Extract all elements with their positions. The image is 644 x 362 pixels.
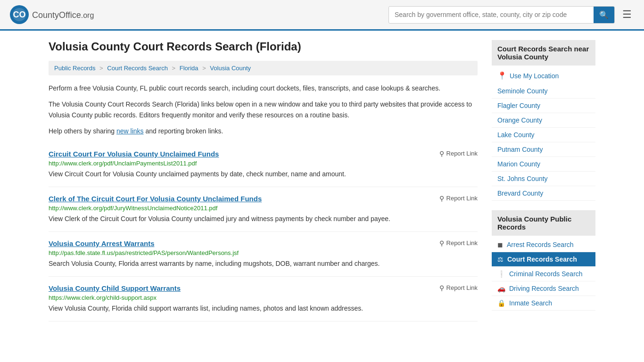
nearby-county-lake[interactable]: Lake County bbox=[492, 128, 595, 142]
record-desc-4: View Volusia County, Florida child suppo… bbox=[49, 304, 478, 313]
breadcrumb: Public Records > Court Records Search > … bbox=[49, 61, 478, 75]
nearby-county-seminole[interactable]: Seminole County bbox=[492, 84, 595, 99]
new-links-link[interactable]: new links bbox=[116, 127, 144, 135]
logo-icon: CO bbox=[9, 5, 29, 25]
record-title-1[interactable]: Circuit Court For Volusia County Unclaim… bbox=[49, 150, 219, 158]
logo-text: CountyOffice.org bbox=[32, 8, 94, 21]
record-url-2[interactable]: http://www.clerk.org/pdf/JuryWitnessUncl… bbox=[49, 205, 478, 212]
search-bar: 🔍 bbox=[388, 6, 615, 24]
sidebar-public-records-section: Volusia County Public Records ◼ Arrest R… bbox=[492, 210, 595, 311]
record-item: Clerk of The Circuit Court For Volusia C… bbox=[49, 187, 478, 232]
public-record-criminal[interactable]: ❕ Criminal Records Search bbox=[492, 267, 595, 281]
report-link-4[interactable]: ⚲ Report Link bbox=[439, 284, 478, 292]
logo-area[interactable]: CO CountyOffice.org bbox=[9, 5, 94, 25]
breadcrumb-volusia-county[interactable]: Volusia County bbox=[210, 65, 251, 72]
public-record-driving[interactable]: 🚗 Driving Records Search bbox=[492, 281, 595, 296]
record-url-3[interactable]: http://pas.fdle.state.fl.us/pas/restrict… bbox=[49, 249, 478, 256]
public-records-section-title: Volusia County Public Records bbox=[492, 210, 595, 236]
content-area: Volusia County Court Records Search (Flo… bbox=[49, 40, 478, 321]
record-title-4[interactable]: Volusia County Child Support Warrants bbox=[49, 284, 181, 292]
public-records-list: ◼ Arrest Records Search ⚖ Court Records … bbox=[492, 238, 595, 311]
record-url-4[interactable]: https://www.clerk.org/child-support.aspx bbox=[49, 294, 478, 301]
nearby-county-putnam[interactable]: Putnam County bbox=[492, 142, 595, 157]
record-item: Volusia County Arrest Warrants ⚲ Report … bbox=[49, 232, 478, 277]
record-title-2[interactable]: Clerk of The Circuit Court For Volusia C… bbox=[49, 195, 262, 203]
nearby-county-orange[interactable]: Orange County bbox=[492, 113, 595, 128]
breadcrumb-public-records[interactable]: Public Records bbox=[54, 65, 95, 72]
driving-records-link[interactable]: Driving Records Search bbox=[509, 285, 579, 292]
report-link-3[interactable]: ⚲ Report Link bbox=[439, 239, 478, 247]
nearby-county-brevard[interactable]: Brevard County bbox=[492, 186, 595, 201]
record-item: Circuit Court For Volusia County Unclaim… bbox=[49, 142, 478, 187]
site-header: CO CountyOffice.org 🔍 ☰ bbox=[0, 0, 644, 31]
report-icon-4: ⚲ bbox=[439, 284, 444, 292]
location-pin-icon: 📍 bbox=[497, 71, 507, 80]
description-paragraph-2: The Volusia County Court Records Search … bbox=[49, 99, 478, 120]
driving-icon: 🚗 bbox=[497, 285, 505, 292]
report-icon-2: ⚲ bbox=[439, 195, 444, 202]
record-header: Volusia County Arrest Warrants ⚲ Report … bbox=[49, 239, 478, 247]
court-records-link[interactable]: Court Records Search bbox=[507, 255, 577, 263]
public-record-inmate[interactable]: 🔒 Inmate Search bbox=[492, 296, 595, 311]
record-desc-1: View Circuit Court for Volusia County un… bbox=[49, 169, 478, 179]
criminal-icon: ❕ bbox=[497, 270, 505, 278]
record-title-3[interactable]: Volusia County Arrest Warrants bbox=[49, 239, 155, 247]
use-location-button[interactable]: 📍 Use My Location bbox=[492, 67, 595, 84]
hamburger-menu-icon[interactable]: ☰ bbox=[619, 6, 635, 24]
record-url-1[interactable]: http://www.clerk.org/pdf/UnclaimPayments… bbox=[49, 160, 478, 167]
search-button[interactable]: 🔍 bbox=[594, 7, 614, 23]
public-record-court[interactable]: ⚖ Court Records Search bbox=[492, 252, 595, 267]
sidebar-nearby-section: Court Records Search near Volusia County… bbox=[492, 40, 595, 201]
description-paragraph-3: Help others by sharing new links and rep… bbox=[49, 126, 478, 136]
report-icon-1: ⚲ bbox=[439, 150, 444, 157]
inmate-icon: 🔒 bbox=[497, 299, 505, 307]
svg-text:CO: CO bbox=[13, 10, 26, 19]
breadcrumb-court-records[interactable]: Court Records Search bbox=[107, 65, 168, 72]
main-container: Volusia County Court Records Search (Flo… bbox=[39, 31, 605, 331]
record-item: Volusia County Child Support Warrants ⚲ … bbox=[49, 277, 478, 321]
record-header: Volusia County Child Support Warrants ⚲ … bbox=[49, 284, 478, 292]
record-header: Clerk of The Circuit Court For Volusia C… bbox=[49, 195, 478, 203]
sidebar: Court Records Search near Volusia County… bbox=[492, 40, 595, 321]
record-desc-2: View Clerk of the Circuit Court for Volu… bbox=[49, 214, 478, 224]
inmate-search-link[interactable]: Inmate Search bbox=[509, 299, 552, 307]
record-desc-3: Search Volusia County, Florida arrest wa… bbox=[49, 259, 478, 269]
court-icon: ⚖ bbox=[497, 255, 504, 263]
arrest-records-link[interactable]: Arrest Records Search bbox=[507, 241, 574, 248]
record-header: Circuit Court For Volusia County Unclaim… bbox=[49, 150, 478, 158]
arrest-icon: ◼ bbox=[497, 241, 503, 248]
header-right: 🔍 ☰ bbox=[388, 6, 635, 24]
page-title: Volusia County Court Records Search (Flo… bbox=[49, 40, 478, 53]
criminal-records-link[interactable]: Criminal Records Search bbox=[509, 270, 583, 278]
report-link-1[interactable]: ⚲ Report Link bbox=[439, 150, 478, 157]
nearby-county-flagler[interactable]: Flagler County bbox=[492, 99, 595, 113]
report-link-2[interactable]: ⚲ Report Link bbox=[439, 195, 478, 202]
search-input[interactable] bbox=[389, 7, 594, 22]
breadcrumb-florida[interactable]: Florida bbox=[180, 65, 198, 72]
nearby-county-stjohns[interactable]: St. Johns County bbox=[492, 172, 595, 186]
report-icon-3: ⚲ bbox=[439, 239, 444, 247]
description-paragraph-1: Perform a free Volusia County, FL public… bbox=[49, 83, 478, 93]
nearby-county-marion[interactable]: Marion County bbox=[492, 157, 595, 172]
nearby-section-title: Court Records Search near Volusia County bbox=[492, 40, 595, 66]
public-record-arrest[interactable]: ◼ Arrest Records Search bbox=[492, 238, 595, 252]
